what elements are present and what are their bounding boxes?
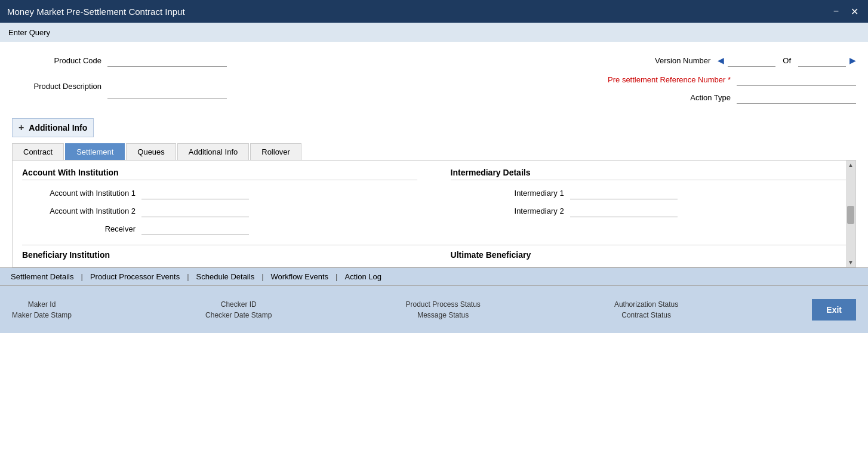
account-with-institution-header: Account With Institution [22, 168, 417, 180]
action-type-input[interactable] [737, 91, 856, 104]
pre-settlement-input[interactable] [737, 73, 856, 86]
tab-contract[interactable]: Contract [12, 143, 64, 160]
pre-settlement-label: Pre settlement Reference Number * [608, 75, 731, 84]
intermediary-2-input[interactable] [570, 204, 678, 217]
action-type-row: Action Type [451, 91, 856, 104]
additional-info-bar: + Additional Info [12, 118, 94, 137]
intermediary-1-label: Intermediary 1 [451, 189, 570, 198]
tabs-row: Contract Settlement Queues Additional In… [12, 143, 856, 161]
product-process-status-label: Product Process Status [405, 300, 480, 309]
beneficiary-institution-section: Beneficiary Institution [22, 250, 417, 260]
version-number-label: Version Number [655, 56, 710, 65]
product-description-row: Product Description [12, 73, 417, 99]
bottom-tab-settlement-details[interactable]: Settlement Details [6, 271, 79, 282]
beneficiary-institution-header: Beneficiary Institution [22, 250, 417, 260]
contract-status-label: Contract Status [621, 311, 671, 319]
minimize-button[interactable]: − [831, 6, 841, 17]
account-institution-1-row: Account with Institution 1 [22, 186, 417, 199]
account-institution-1-label: Account with Institution 1 [22, 189, 141, 198]
receiver-row: Receiver [22, 222, 417, 235]
checker-id-label: Checker ID [221, 300, 257, 309]
bottom-tab-action-log[interactable]: Action Log [340, 271, 386, 282]
authorization-status-group: Authorization Status Contract Status [614, 300, 678, 319]
beneficiary-row: Beneficiary Institution Ultimate Benefic… [22, 245, 846, 260]
intermediary-1-row: Intermediary 1 [451, 186, 846, 199]
message-status-label: Message Status [417, 311, 469, 319]
settlement-content: Account With Institution Account with In… [12, 161, 856, 267]
query-label: Enter Query [8, 28, 50, 37]
settlement-columns: Account With Institution Account with In… [22, 168, 846, 240]
scroll-down-arrow[interactable]: ▼ [848, 259, 854, 266]
bottom-tab-workflow-events[interactable]: Workflow Events [266, 271, 334, 282]
form-left: Product Code Product Description [12, 54, 417, 109]
version-number-row: Version Number ◀ Of ▶ [451, 54, 856, 67]
scroll-thumb[interactable] [847, 206, 854, 224]
tab-additional-info[interactable]: Additional Info [177, 143, 249, 160]
product-code-input[interactable] [107, 54, 227, 67]
footer: Maker Id Maker Date Stamp Checker ID Che… [0, 285, 868, 333]
main-content: Product Code Product Description Version… [0, 42, 868, 267]
maker-date-stamp-label: Maker Date Stamp [12, 311, 72, 319]
ultimate-beneficiary-section: Ultimate Beneficiary [451, 250, 846, 260]
product-process-status-group: Product Process Status Message Status [405, 300, 480, 319]
receiver-input[interactable] [141, 222, 249, 235]
product-description-label: Product Description [12, 82, 107, 91]
exit-button[interactable]: Exit [812, 299, 856, 321]
intermediary-1-input[interactable] [570, 186, 678, 199]
additional-info-label: Additional Info [29, 123, 87, 133]
version-of-label: Of [783, 56, 791, 65]
version-prev-button[interactable]: ◀ [718, 56, 724, 65]
product-code-row: Product Code [12, 54, 417, 67]
close-button[interactable]: ✕ [848, 6, 861, 17]
tab-queues[interactable]: Queues [126, 143, 176, 160]
intermediary-details-section: Intermediary Details Intermediary 1 Inte… [451, 168, 846, 240]
intermediary-2-label: Intermediary 2 [451, 207, 570, 215]
account-institution-1-input[interactable] [141, 186, 249, 199]
scroll-up-arrow[interactable]: ▲ [848, 162, 854, 168]
additional-info-plus-button[interactable]: + [19, 122, 24, 133]
version-of-input[interactable] [798, 54, 846, 67]
bottom-tab-bar: Settlement Details | Product Processor E… [0, 267, 868, 285]
action-type-label: Action Type [690, 93, 731, 102]
bottom-tab-product-processor-events[interactable]: Product Processor Events [85, 271, 184, 282]
form-right: Version Number ◀ Of ▶ Pre settlement Ref… [451, 54, 856, 109]
intermediary-2-row: Intermediary 2 [451, 204, 846, 217]
version-input[interactable] [728, 54, 775, 67]
window-controls: − ✕ [831, 6, 861, 17]
pre-settlement-row: Pre settlement Reference Number * [451, 73, 856, 86]
authorization-status-label: Authorization Status [614, 300, 678, 309]
ultimate-beneficiary-header: Ultimate Beneficiary [451, 250, 846, 260]
maker-id-group: Maker Id Maker Date Stamp [12, 300, 72, 319]
account-institution-2-row: Account with Institution 2 [22, 204, 417, 217]
intermediary-details-header: Intermediary Details [451, 168, 846, 180]
window-title: Money Market Pre-Settlement Contract Inp… [7, 7, 185, 17]
version-next-button[interactable]: ▶ [849, 56, 856, 65]
title-bar: Money Market Pre-Settlement Contract Inp… [0, 0, 868, 23]
account-institution-2-label: Account with Institution 2 [22, 207, 141, 215]
bottom-tab-schedule-details[interactable]: Schedule Details [192, 271, 260, 282]
account-institution-2-input[interactable] [141, 204, 249, 217]
scroll-indicator: ▲ ▼ [846, 161, 855, 267]
checker-date-stamp-label: Checker Date Stamp [205, 311, 272, 319]
tab-settlement[interactable]: Settlement [65, 143, 125, 160]
checker-id-group: Checker ID Checker Date Stamp [205, 300, 272, 319]
tab-rollover[interactable]: Rollover [250, 143, 301, 160]
product-code-label: Product Code [12, 56, 107, 65]
form-section: Product Code Product Description Version… [12, 49, 856, 113]
receiver-label: Receiver [22, 224, 141, 233]
product-description-input[interactable] [107, 73, 227, 99]
account-with-institution-section: Account With Institution Account with In… [22, 168, 417, 240]
query-bar: Enter Query [0, 23, 868, 42]
maker-id-label: Maker Id [28, 300, 56, 309]
